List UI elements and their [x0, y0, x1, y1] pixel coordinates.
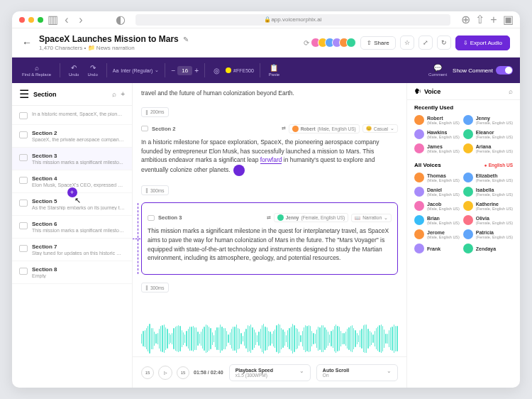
- section-item-4[interactable]: Section 4Elon Musk, SpaceX's CEO, expres…: [12, 170, 132, 193]
- expand-button[interactable]: ⤢: [419, 35, 433, 50]
- voice-olivia[interactable]: Olivia(Female, English US): [463, 215, 513, 225]
- voice-frank[interactable]: Frank: [414, 244, 460, 253]
- section-2-voice[interactable]: Robert (Male, English US): [289, 124, 360, 133]
- show-comment-toggle[interactable]: [496, 66, 513, 75]
- tabs-icon[interactable]: ▣: [503, 15, 513, 25]
- voice-switch-icon[interactable]: ⇄: [282, 126, 286, 131]
- redo-tool[interactable]: ↷Undo: [84, 64, 100, 77]
- search-icon[interactable]: ⌕: [509, 87, 513, 95]
- section-2-tone[interactable]: 😊 Casual ⌄: [362, 124, 398, 133]
- section-icon: [141, 126, 148, 131]
- toolbar: ⌕Find & Replace ↶Undo ↷Undo Aa Inter (Re…: [12, 58, 520, 83]
- size-increase[interactable]: +: [194, 67, 199, 75]
- voice-jacob[interactable]: Jacob(Male, English US): [414, 201, 460, 211]
- voice-panel-title: Voice: [424, 88, 509, 95]
- export-button[interactable]: ⇩ Export Audio: [455, 35, 510, 50]
- section-3-text[interactable]: This mission marks a significant milesto…: [148, 226, 392, 263]
- section-3-tone[interactable]: 📖 Narration ⌄: [351, 214, 392, 222]
- section-item-1[interactable]: In a historic moment, SpaceX, the pionee…: [12, 106, 132, 125]
- forward-icon[interactable]: ›: [76, 15, 86, 25]
- maximize-dot[interactable]: [38, 17, 43, 23]
- download-icon[interactable]: ⊕: [460, 15, 470, 25]
- selected-section-block[interactable]: Section 3 ⇄ Jenny (Female, English US) 📖…: [141, 202, 398, 275]
- voice-jenny[interactable]: Jenny(Female, English US): [463, 115, 513, 125]
- voice-panel: 🗣 Voice ⌕ Recently Used Robert(Male, Eng…: [406, 83, 520, 388]
- highlighted-word: forwfard: [260, 156, 282, 164]
- edit-icon[interactable]: ✎: [183, 35, 189, 43]
- skip-back-button[interactable]: 15: [141, 366, 154, 379]
- add-icon[interactable]: +: [489, 15, 499, 25]
- history-button[interactable]: ↻: [437, 35, 451, 50]
- add-section-icon[interactable]: +: [121, 90, 125, 98]
- play-button[interactable]: ▷: [158, 366, 172, 380]
- share-button[interactable]: ⇧ Share: [360, 36, 395, 50]
- editor-content: travel and the future of human colonizat…: [133, 83, 406, 388]
- voice-ariana[interactable]: Ariana(Female, English US): [463, 143, 513, 153]
- url-bar[interactable]: 🔒 app.voicemorphix.ai: [135, 14, 450, 26]
- voice-hawkins[interactable]: Hawkins(Male, English US): [414, 129, 460, 139]
- voice-switch-icon[interactable]: ⇄: [267, 215, 271, 221]
- section-3-voice[interactable]: Jenny (Female, English US): [274, 213, 349, 222]
- app-window: ▥ ‹ › ◐ 🔒 app.voicemorphix.ai ⊕ ⇧ + ▣ ← …: [12, 11, 520, 388]
- section-item-6[interactable]: Section 6This mission marks a significan…: [12, 216, 132, 239]
- intro-tail[interactable]: travel and the future of human colonizat…: [141, 89, 398, 98]
- user-cursor: [233, 165, 245, 176]
- font-size[interactable]: 16: [177, 66, 192, 75]
- search-icon[interactable]: ⌕: [112, 90, 116, 98]
- back-icon[interactable]: ‹: [62, 15, 72, 25]
- minimize-dot[interactable]: [28, 17, 34, 23]
- close-dot[interactable]: [19, 17, 25, 23]
- voice-zendaya[interactable]: Zendaya: [463, 244, 513, 253]
- pause-pill[interactable]: ‖ 200ms: [141, 107, 169, 117]
- page-title: SpaceX Launches Mission to Mars: [39, 34, 179, 44]
- voice-isabella[interactable]: Isabella(Female, English US): [463, 187, 513, 197]
- sync-icon[interactable]: ⟳: [304, 39, 309, 47]
- titlebar: ▥ ‹ › ◐ 🔒 app.voicemorphix.ai ⊕ ⇧ + ▣: [12, 11, 520, 28]
- auto-scroll-dropdown[interactable]: Auto Scroll On ⌄: [316, 364, 398, 381]
- voice-daniel[interactable]: Daniel(Male, English US): [414, 187, 460, 197]
- section-sidebar: ☰ Section ⌕ + In a historic moment, Spac…: [12, 83, 133, 388]
- voice-jerome[interactable]: Jerome(Male, English US): [414, 229, 460, 239]
- voice-eleanor[interactable]: Eleanor(Female, English US): [463, 129, 513, 139]
- window-controls: [19, 17, 43, 23]
- shield-icon[interactable]: ◐: [116, 15, 126, 25]
- back-button[interactable]: ←: [22, 37, 32, 48]
- find-replace-tool[interactable]: ⌕Find & Replace: [19, 64, 54, 77]
- sidebar-toggle-icon[interactable]: ▥: [48, 15, 57, 25]
- waveform[interactable]: [133, 321, 406, 356]
- language-filter[interactable]: ● English US: [484, 163, 513, 168]
- section-item-7[interactable]: Section 7Stay tuned for updates on this …: [12, 239, 132, 261]
- collaborator-avatars[interactable]: [314, 38, 356, 48]
- voice-thomas[interactable]: Thomas(Male, English US): [414, 173, 460, 182]
- playback-speed-dropdown[interactable]: Playback Speed x1.5 (300WPM) ⌄: [229, 364, 311, 381]
- color-tool[interactable]: ◎: [211, 67, 223, 75]
- voice-robert[interactable]: Robert(Male, English US): [414, 115, 460, 125]
- section-2-text[interactable]: In a historic milestone for space explor…: [141, 138, 398, 176]
- paste-tool[interactable]: 📋Paste: [266, 64, 282, 77]
- voice-james[interactable]: James(Male, English US): [414, 143, 460, 153]
- page-subtitle: 1,470 Characters • 📁 News narration: [39, 45, 297, 51]
- section-icon: [148, 215, 155, 221]
- section-item-2[interactable]: Section 2SpaceX, the private aerospace c…: [12, 125, 132, 148]
- time-display: 01:58 / 02:40: [194, 370, 223, 375]
- voice-icon: 🗣: [414, 87, 421, 95]
- share-icon[interactable]: ⇧: [475, 15, 484, 25]
- playbar: 15 ▷ 15 01:58 / 02:40 Playback Speed x1.…: [133, 356, 406, 388]
- color-picker[interactable]: #FFE500: [226, 67, 254, 73]
- all-voices-title: All Voices: [414, 162, 441, 168]
- undo-tool[interactable]: ↶Undo: [66, 64, 82, 77]
- star-button[interactable]: ☆: [400, 35, 414, 50]
- section-item-3[interactable]: Section 3This mission marks a significan…: [12, 148, 132, 170]
- voice-elizabeth[interactable]: Elizabeth(Female, English US): [463, 173, 513, 182]
- skip-forward-button[interactable]: 15: [177, 366, 189, 379]
- section-item-8[interactable]: Section 8Empty: [12, 261, 132, 284]
- pause-pill[interactable]: ‖ 300ms: [141, 283, 169, 293]
- voice-patricia[interactable]: Patricia(Female, English US): [463, 229, 513, 239]
- voice-brian[interactable]: Brian(Male, English US): [414, 215, 460, 225]
- font-select[interactable]: Aa Inter (Regular) ⌄: [113, 67, 160, 73]
- section-2-label: Section 2: [152, 126, 175, 132]
- pause-pill[interactable]: ‖ 300ms: [141, 185, 169, 195]
- size-decrease[interactable]: −: [171, 67, 175, 75]
- comment-tool[interactable]: 💬Comment: [426, 64, 450, 77]
- voice-katherine[interactable]: Katherine(Female, English US): [463, 201, 513, 211]
